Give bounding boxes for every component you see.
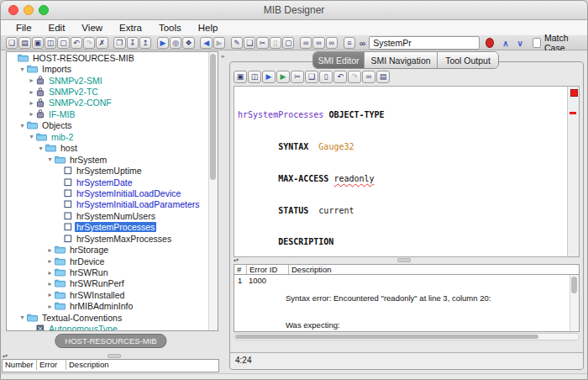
- find-next-arrow[interactable]: ∨: [517, 39, 523, 48]
- editor-check-button[interactable]: ▶: [262, 71, 276, 83]
- splitter-collapse-arrow[interactable]: ▸: [222, 53, 225, 60]
- paste-button[interactable]: ▯: [270, 37, 281, 49]
- tree-item[interactable]: ▸SNMPv2-CONF: [7, 98, 218, 108]
- tab-smi-editor[interactable]: SMI Editor: [313, 52, 365, 68]
- tree-item[interactable]: hrSystemInitialLoadParameters: [7, 199, 218, 210]
- menu-extra[interactable]: Extra: [111, 23, 150, 33]
- export-module-button[interactable]: ↥: [139, 37, 151, 49]
- tree-item[interactable]: ▾Textual-Conventions: [7, 312, 218, 323]
- tree-item[interactable]: hrSystemNumUsers: [7, 210, 218, 221]
- tree-item[interactable]: ▸hrStorage: [7, 244, 218, 255]
- editor-copy-button[interactable]: ❑: [305, 71, 318, 83]
- copy-button[interactable]: ❑: [244, 37, 255, 49]
- open-mib-button[interactable]: ▤: [18, 37, 30, 49]
- tree-item[interactable]: ▸SNMPv2-SMI: [7, 75, 218, 86]
- error-table-hscrollbar-thumb[interactable]: [235, 335, 538, 339]
- error-row[interactable]: 1 1000 Syntax error: Encountered "readon…: [234, 275, 579, 332]
- menu-tools[interactable]: Tools: [150, 23, 190, 33]
- editor-print-button[interactable]: ▤: [376, 71, 390, 83]
- back-button[interactable]: ◀: [200, 37, 212, 49]
- tree-item[interactable]: ▸hrSWRunPerf: [7, 278, 218, 289]
- menu-edit[interactable]: Edit: [40, 23, 74, 33]
- new-module-button[interactable]: ❐: [113, 37, 125, 49]
- revert-button[interactable]: ▢: [57, 37, 69, 49]
- compile-button[interactable]: ▶: [157, 37, 169, 49]
- tree-item[interactable]: hrSystemUptime: [7, 165, 218, 176]
- edit-button[interactable]: ✎: [231, 37, 243, 49]
- tree-item-selected[interactable]: hrSystemProcesses: [7, 222, 218, 233]
- expand-arrow[interactable]: ▾: [45, 156, 55, 163]
- column-number[interactable]: Number: [3, 360, 37, 370]
- redo-button[interactable]: ↷: [83, 37, 95, 49]
- expand-arrow[interactable]: ▸: [45, 269, 55, 277]
- tree-item[interactable]: ▾hrSystem: [7, 154, 218, 165]
- expand-arrow[interactable]: ▸: [27, 110, 36, 118]
- editor-splitter-knob[interactable]: [397, 258, 411, 262]
- smi-code-editor[interactable]: hrSystemProcesses OBJECT-TYPE SYNTAX Gau…: [234, 86, 580, 257]
- expand-arrow[interactable]: ▸: [45, 246, 55, 254]
- column-description[interactable]: Description: [66, 360, 218, 370]
- editor-paste-button[interactable]: ▯: [319, 71, 333, 83]
- expand-arrow[interactable]: ▸: [27, 88, 36, 96]
- save-button[interactable]: ▣: [32, 37, 44, 49]
- search-input[interactable]: [369, 36, 480, 50]
- preview-button[interactable]: ◎: [170, 37, 181, 49]
- editor-save-all-button[interactable]: ◫: [248, 71, 261, 83]
- undo-button[interactable]: ↶: [71, 37, 82, 49]
- forward-button[interactable]: ▶: [213, 37, 225, 49]
- editor-splitter[interactable]: ▴▾: [234, 256, 578, 263]
- find-next-button[interactable]: ∞: [312, 37, 324, 49]
- error-table-scrollbar[interactable]: [570, 275, 579, 331]
- expand-arrow[interactable]: ▸: [45, 257, 55, 265]
- tree-item[interactable]: ▸SNMPv2-TC: [7, 86, 218, 97]
- tree-item[interactable]: AutonomousType: [7, 324, 218, 332]
- tree-item[interactable]: hrSystemInitialLoadDevice: [7, 187, 218, 198]
- find-previous-arrow[interactable]: ∧: [502, 39, 508, 48]
- left-splitter-knob[interactable]: [108, 354, 121, 358]
- expand-arrow[interactable]: ▸: [45, 303, 55, 310]
- tab-tool-output[interactable]: Tool Output: [438, 52, 498, 68]
- find-replace-button[interactable]: ∞: [326, 37, 338, 49]
- expand-arrow[interactable]: ▾: [27, 133, 36, 140]
- tree-item[interactable]: ▸IF-MIB: [7, 108, 218, 119]
- editor-find-replace-button[interactable]: ∞: [362, 71, 375, 83]
- menu-file[interactable]: File: [8, 23, 40, 33]
- left-splitter[interactable]: ▴▾: [3, 352, 219, 359]
- editor-run-button[interactable]: ▶: [276, 71, 290, 83]
- module-tab[interactable]: HOST-RESOURCES-MIB: [55, 334, 166, 348]
- expand-arrow[interactable]: ▸: [45, 280, 55, 288]
- tree-item[interactable]: ▾mib-2: [7, 131, 218, 142]
- column-hash[interactable]: #: [234, 265, 247, 274]
- error-status-marker[interactable]: [570, 89, 578, 97]
- expand-arrow[interactable]: ▸: [27, 77, 36, 84]
- expand-arrow[interactable]: ▾: [18, 122, 27, 129]
- expand-arrow[interactable]: ▾: [36, 145, 45, 152]
- tree-item[interactable]: ▸hrDevice: [7, 256, 218, 267]
- refactor-button[interactable]: ❖: [182, 37, 194, 49]
- error-table-hscrollbar[interactable]: [234, 333, 580, 340]
- expand-arrow[interactable]: ▸: [45, 291, 55, 298]
- error-table-scrollbar-thumb[interactable]: [571, 277, 577, 293]
- import-module-button[interactable]: ↧: [127, 37, 139, 49]
- tree-item[interactable]: hrSystemDate: [7, 177, 218, 187]
- code-area[interactable]: hrSystemProcesses OBJECT-TYPE SYNTAX Gau…: [234, 87, 568, 256]
- match-case-checkbox[interactable]: [533, 38, 541, 48]
- expand-arrow[interactable]: ▸: [27, 99, 36, 107]
- column-description[interactable]: Description: [289, 265, 579, 274]
- tree-item[interactable]: ▸hrSWRun: [7, 267, 218, 277]
- tree-item[interactable]: ▾host: [7, 143, 218, 154]
- delete-button[interactable]: ✗: [96, 37, 108, 49]
- cut-button[interactable]: ✂: [256, 37, 268, 49]
- view-options-button[interactable]: ≡: [344, 37, 355, 49]
- tree-item[interactable]: ▸hrMIBAdminInfo: [7, 301, 218, 312]
- tree-item[interactable]: HOST-RESOURCES-MIB: [7, 52, 218, 63]
- tree-item[interactable]: ▸hrSWInstalled: [7, 289, 218, 300]
- column-error[interactable]: Error: [37, 360, 66, 370]
- tree-item[interactable]: hrSystemMaxProcesses: [7, 233, 218, 244]
- record-dot-icon[interactable]: [486, 38, 494, 48]
- tab-smi-navigation[interactable]: SMI Navigation: [365, 52, 438, 68]
- tree-item[interactable]: ▾Imports: [7, 63, 218, 74]
- tree-item[interactable]: ▾Objects: [7, 120, 218, 131]
- column-error-id[interactable]: Error ID: [247, 265, 289, 274]
- select-button[interactable]: ▢: [282, 37, 294, 49]
